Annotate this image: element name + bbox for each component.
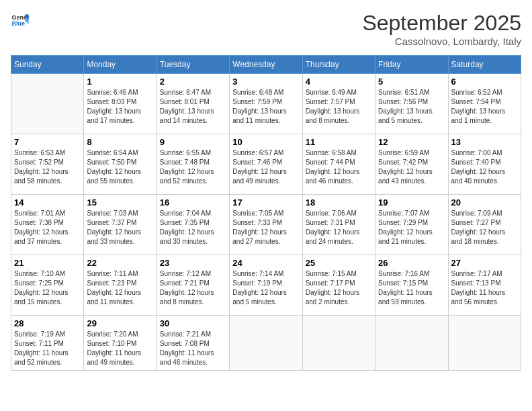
calendar-cell: 8Sunrise: 6:54 AM Sunset: 7:50 PM Daylig… (84, 134, 157, 195)
weekday-header: Friday (375, 56, 448, 74)
calendar-cell: 22Sunrise: 7:11 AM Sunset: 7:23 PM Dayli… (84, 255, 157, 316)
weekday-header: Tuesday (157, 56, 229, 74)
day-info: Sunrise: 6:53 AM Sunset: 7:52 PM Dayligh… (14, 148, 81, 186)
calendar-cell: 20Sunrise: 7:09 AM Sunset: 7:27 PM Dayli… (448, 195, 521, 255)
day-info: Sunrise: 7:20 AM Sunset: 7:10 PM Dayligh… (87, 330, 153, 367)
calendar-week-row: 1Sunrise: 6:46 AM Sunset: 8:03 PM Daylig… (11, 74, 521, 134)
calendar-cell: 24Sunrise: 7:14 AM Sunset: 7:19 PM Dayli… (230, 255, 302, 316)
calendar-cell: 13Sunrise: 7:00 AM Sunset: 7:40 PM Dayli… (448, 134, 521, 195)
day-info: Sunrise: 7:05 AM Sunset: 7:33 PM Dayligh… (232, 209, 299, 246)
calendar-cell: 25Sunrise: 7:15 AM Sunset: 7:17 PM Dayli… (302, 255, 375, 316)
day-info: Sunrise: 6:57 AM Sunset: 7:46 PM Dayligh… (232, 148, 299, 186)
day-number: 23 (160, 258, 226, 268)
day-number: 3 (232, 77, 299, 87)
day-info: Sunrise: 6:48 AM Sunset: 7:59 PM Dayligh… (232, 88, 299, 126)
calendar-cell: 18Sunrise: 7:06 AM Sunset: 7:31 PM Dayli… (302, 195, 375, 255)
day-number: 27 (451, 258, 518, 268)
calendar-cell: 26Sunrise: 7:16 AM Sunset: 7:15 PM Dayli… (375, 255, 448, 316)
day-info: Sunrise: 7:16 AM Sunset: 7:15 PM Dayligh… (378, 269, 445, 307)
calendar-cell: 29Sunrise: 7:20 AM Sunset: 7:10 PM Dayli… (84, 316, 157, 371)
day-info: Sunrise: 6:47 AM Sunset: 8:01 PM Dayligh… (160, 88, 226, 126)
day-info: Sunrise: 7:09 AM Sunset: 7:27 PM Dayligh… (451, 209, 518, 246)
calendar-cell: 11Sunrise: 6:58 AM Sunset: 7:44 PM Dayli… (302, 134, 375, 195)
weekday-header: Saturday (448, 56, 521, 74)
weekday-header: Sunday (11, 56, 84, 74)
day-info: Sunrise: 6:55 AM Sunset: 7:48 PM Dayligh… (160, 148, 226, 186)
day-number: 22 (87, 258, 153, 268)
day-number: 6 (451, 77, 518, 87)
day-info: Sunrise: 7:01 AM Sunset: 7:38 PM Dayligh… (14, 209, 81, 246)
day-info: Sunrise: 7:07 AM Sunset: 7:29 PM Dayligh… (378, 209, 445, 246)
day-info: Sunrise: 7:21 AM Sunset: 7:08 PM Dayligh… (160, 330, 226, 367)
day-number: 9 (160, 137, 226, 147)
day-number: 10 (232, 137, 299, 147)
day-number: 8 (87, 137, 153, 147)
day-number: 19 (378, 197, 445, 208)
calendar-cell: 3Sunrise: 6:48 AM Sunset: 7:59 PM Daylig… (230, 74, 302, 134)
calendar-cell (11, 74, 84, 134)
calendar-cell: 12Sunrise: 6:59 AM Sunset: 7:42 PM Dayli… (375, 134, 448, 195)
day-info: Sunrise: 6:51 AM Sunset: 7:56 PM Dayligh… (378, 88, 445, 126)
calendar-cell: 16Sunrise: 7:04 AM Sunset: 7:35 PM Dayli… (157, 195, 229, 255)
day-info: Sunrise: 6:58 AM Sunset: 7:44 PM Dayligh… (306, 148, 372, 186)
day-number: 5 (378, 77, 445, 87)
location-subtitle: Cassolnovo, Lombardy, Italy (362, 36, 521, 47)
day-info: Sunrise: 6:59 AM Sunset: 7:42 PM Dayligh… (378, 148, 445, 186)
day-number: 24 (232, 258, 299, 268)
day-info: Sunrise: 7:04 AM Sunset: 7:35 PM Dayligh… (160, 209, 226, 246)
calendar-cell: 2Sunrise: 6:47 AM Sunset: 8:01 PM Daylig… (157, 74, 229, 134)
day-number: 14 (14, 197, 81, 208)
day-number: 7 (14, 137, 81, 147)
day-info: Sunrise: 7:00 AM Sunset: 7:40 PM Dayligh… (451, 148, 518, 186)
day-number: 15 (87, 197, 153, 208)
day-info: Sunrise: 6:52 AM Sunset: 7:54 PM Dayligh… (451, 88, 518, 126)
day-number: 26 (378, 258, 445, 268)
calendar-cell (230, 316, 302, 371)
calendar-week-row: 21Sunrise: 7:10 AM Sunset: 7:25 PM Dayli… (11, 255, 521, 316)
calendar-cell: 17Sunrise: 7:05 AM Sunset: 7:33 PM Dayli… (230, 195, 302, 255)
day-info: Sunrise: 7:06 AM Sunset: 7:31 PM Dayligh… (306, 209, 372, 246)
day-info: Sunrise: 7:17 AM Sunset: 7:13 PM Dayligh… (451, 269, 518, 307)
day-number: 2 (160, 77, 226, 87)
calendar-cell: 21Sunrise: 7:10 AM Sunset: 7:25 PM Dayli… (11, 255, 84, 316)
calendar-cell (375, 316, 448, 371)
month-title: September 2025 (362, 11, 521, 36)
day-info: Sunrise: 7:10 AM Sunset: 7:25 PM Dayligh… (14, 269, 81, 307)
day-info: Sunrise: 7:11 AM Sunset: 7:23 PM Dayligh… (87, 269, 153, 307)
calendar-cell: 10Sunrise: 6:57 AM Sunset: 7:46 PM Dayli… (230, 134, 302, 195)
day-info: Sunrise: 7:15 AM Sunset: 7:17 PM Dayligh… (306, 269, 372, 307)
day-number: 16 (160, 197, 226, 208)
calendar-cell: 27Sunrise: 7:17 AM Sunset: 7:13 PM Dayli… (448, 255, 521, 316)
day-number: 11 (306, 137, 372, 147)
day-info: Sunrise: 6:49 AM Sunset: 7:57 PM Dayligh… (306, 88, 372, 126)
calendar-cell: 23Sunrise: 7:12 AM Sunset: 7:21 PM Dayli… (157, 255, 229, 316)
day-info: Sunrise: 7:03 AM Sunset: 7:37 PM Dayligh… (87, 209, 153, 246)
weekday-header: Wednesday (230, 56, 302, 74)
day-number: 13 (451, 137, 518, 147)
calendar-cell: 30Sunrise: 7:21 AM Sunset: 7:08 PM Dayli… (157, 316, 229, 371)
calendar-cell: 5Sunrise: 6:51 AM Sunset: 7:56 PM Daylig… (375, 74, 448, 134)
day-number: 25 (306, 258, 372, 268)
calendar-week-row: 14Sunrise: 7:01 AM Sunset: 7:38 PM Dayli… (11, 195, 521, 255)
day-info: Sunrise: 7:12 AM Sunset: 7:21 PM Dayligh… (160, 269, 226, 307)
day-number: 4 (306, 77, 372, 87)
calendar-table: SundayMondayTuesdayWednesdayThursdayFrid… (11, 55, 521, 371)
weekday-header-row: SundayMondayTuesdayWednesdayThursdayFrid… (11, 56, 521, 74)
day-number: 20 (451, 197, 518, 208)
logo: General Blue (11, 11, 30, 30)
day-number: 30 (160, 318, 226, 328)
calendar-cell: 6Sunrise: 6:52 AM Sunset: 7:54 PM Daylig… (448, 74, 521, 134)
day-info: Sunrise: 7:14 AM Sunset: 7:19 PM Dayligh… (232, 269, 299, 307)
page-header: General Blue September 2025 Cassolnovo, … (11, 11, 521, 47)
calendar-week-row: 28Sunrise: 7:19 AM Sunset: 7:11 PM Dayli… (11, 316, 521, 371)
calendar-cell: 1Sunrise: 6:46 AM Sunset: 8:03 PM Daylig… (84, 74, 157, 134)
day-info: Sunrise: 6:54 AM Sunset: 7:50 PM Dayligh… (87, 148, 153, 186)
svg-text:Blue: Blue (11, 20, 25, 27)
logo-icon: General Blue (11, 11, 30, 30)
day-info: Sunrise: 6:46 AM Sunset: 8:03 PM Dayligh… (87, 88, 153, 126)
title-block: September 2025 Cassolnovo, Lombardy, Ita… (362, 11, 521, 47)
calendar-cell: 7Sunrise: 6:53 AM Sunset: 7:52 PM Daylig… (11, 134, 84, 195)
day-number: 17 (232, 197, 299, 208)
calendar-cell: 9Sunrise: 6:55 AM Sunset: 7:48 PM Daylig… (157, 134, 229, 195)
day-info: Sunrise: 7:19 AM Sunset: 7:11 PM Dayligh… (14, 330, 81, 367)
